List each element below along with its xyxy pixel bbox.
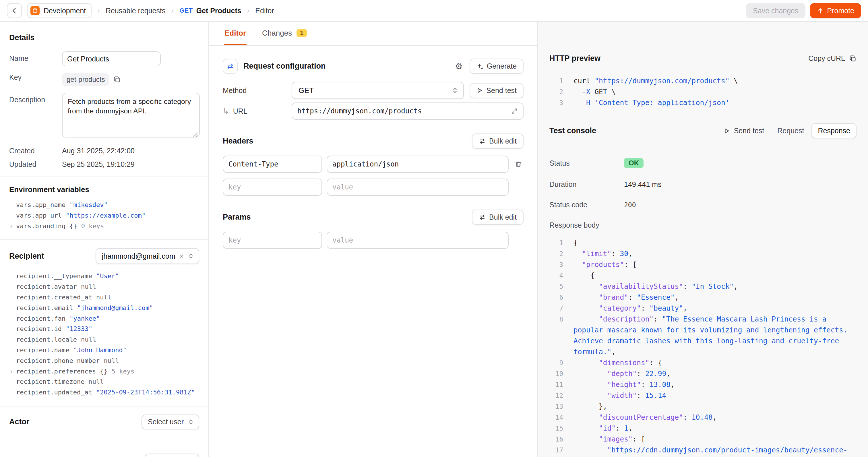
line-content: "height": 13.08, bbox=[574, 379, 857, 390]
copy-curl-button[interactable]: Copy cURL bbox=[808, 54, 857, 63]
status-code-value: 200 bbox=[624, 201, 636, 209]
recipient-field-row: recipient.__typename"User" bbox=[9, 271, 199, 282]
breadcrumb-request[interactable]: GET Get Products bbox=[179, 7, 241, 15]
variable-value: {} bbox=[100, 368, 107, 375]
test-console-header: Test console Send test Request Response bbox=[549, 123, 857, 139]
line-number: 4 bbox=[549, 270, 563, 281]
variable-name: recipient.__typename bbox=[16, 272, 92, 280]
recipient-field-row: recipient.phone_numbernull bbox=[9, 356, 199, 366]
header-key-input[interactable] bbox=[228, 183, 316, 191]
swap-arrows-icon bbox=[223, 59, 238, 74]
header-value-input[interactable] bbox=[332, 183, 503, 191]
variable-name: recipient.avatar bbox=[16, 283, 77, 290]
param-value-input[interactable] bbox=[332, 236, 503, 244]
updated-label: Updated bbox=[9, 160, 62, 169]
expand-icon[interactable] bbox=[511, 108, 518, 115]
variable-value: null bbox=[88, 378, 104, 385]
variable-value: "User" bbox=[96, 272, 119, 280]
params-bulk-edit-button[interactable]: Bulk edit bbox=[472, 210, 524, 225]
header-row-empty bbox=[223, 179, 524, 196]
recipient-field-row: recipient.avatarnull bbox=[9, 282, 199, 292]
name-input[interactable] bbox=[62, 51, 161, 66]
variable-name: recipient.preferences bbox=[16, 368, 96, 375]
save-changes-button[interactable]: Save changes bbox=[746, 3, 805, 19]
code-line: 4 { bbox=[549, 270, 857, 281]
response-body-row: Response body bbox=[549, 221, 857, 230]
variable-name: recipient.fan bbox=[16, 315, 65, 322]
url-row: ↳ URL bbox=[223, 102, 524, 120]
recipient-fields-list: recipient.__typename"User"recipient.avat… bbox=[9, 271, 199, 398]
generate-label: Generate bbox=[487, 62, 517, 70]
copy-key-button[interactable] bbox=[113, 76, 121, 83]
play-icon bbox=[724, 128, 730, 134]
variable-name: recipient.timezone bbox=[16, 378, 84, 385]
line-number: 6 bbox=[549, 292, 563, 303]
code-line: 12 "width": 15.14 bbox=[549, 390, 857, 401]
line-number: 16 bbox=[549, 434, 563, 445]
line-number: 10 bbox=[549, 368, 563, 379]
variable-value: "2025-09-23T14:56:31.981Z" bbox=[96, 389, 195, 396]
actor-select[interactable]: Select user bbox=[142, 415, 199, 429]
url-label: URL bbox=[233, 107, 247, 115]
recipient-field-row: recipient.name"John Hammond" bbox=[9, 345, 199, 356]
key-field-row: Key get-products bbox=[9, 73, 199, 86]
code-line: 9 "dimensions": { bbox=[549, 357, 857, 368]
line-content: "images": [ bbox=[574, 434, 857, 445]
code-line: 2 "limit": 30, bbox=[549, 248, 857, 259]
line-content: "category": "beauty", bbox=[574, 303, 857, 314]
description-label: Description bbox=[9, 93, 62, 104]
url-input[interactable] bbox=[298, 107, 506, 115]
code-line: 3 -H 'Content-Type: application/json' bbox=[549, 97, 857, 108]
environment-variables-list: vars.app_name"mikesdev"vars.app_url"http… bbox=[9, 200, 199, 232]
breadcrumb-section[interactable]: Reusable requests bbox=[105, 7, 165, 15]
variable-name: vars.app_url bbox=[16, 212, 62, 219]
variable-name: recipient.updated_at bbox=[16, 389, 92, 396]
code-line: 10 "depth": 22.99, bbox=[549, 368, 857, 379]
recipient-field-row: recipient.timezonenull bbox=[9, 377, 199, 387]
recipient-select[interactable]: jhammond@gmail.com × bbox=[96, 248, 199, 264]
recipient-field-row: recipient.email"jhammond@gmail.com" bbox=[9, 303, 199, 313]
delete-header-button[interactable] bbox=[513, 160, 524, 168]
trash-icon bbox=[515, 160, 522, 168]
request-response-toggle: Request Response bbox=[771, 123, 857, 139]
created-label: Created bbox=[9, 147, 62, 155]
clear-icon[interactable]: × bbox=[179, 252, 184, 260]
params-title: Params bbox=[223, 213, 251, 222]
header-key-input[interactable] bbox=[228, 160, 316, 168]
param-key-input[interactable] bbox=[228, 236, 316, 244]
line-number: 7 bbox=[549, 303, 563, 314]
console-send-test-button[interactable]: Send test bbox=[724, 127, 764, 135]
response-tab[interactable]: Response bbox=[811, 123, 857, 139]
http-preview-header: HTTP preview Copy cURL bbox=[549, 54, 857, 63]
description-textarea[interactable]: Fetch products from a specific category … bbox=[62, 93, 200, 138]
line-content: "https://cdn.dummyjson.com/product-image… bbox=[574, 445, 857, 457]
request-tab[interactable]: Request bbox=[771, 123, 810, 139]
promote-button[interactable]: Promote bbox=[810, 3, 861, 19]
variable-name: recipient.id bbox=[16, 325, 62, 332]
code-line: 7 "category": "beauty", bbox=[549, 303, 857, 314]
breadcrumb-separator-icon: › bbox=[97, 6, 100, 15]
expand-chevron-icon[interactable]: › bbox=[9, 366, 13, 377]
generate-button[interactable]: Generate bbox=[470, 59, 524, 74]
env-var-row[interactable]: ›vars.branding{}0 keys bbox=[9, 221, 199, 232]
recipient-field-row: recipient.created_atnull bbox=[9, 292, 199, 303]
line-content: "brand": "Essence", bbox=[574, 292, 857, 303]
curl-preview-code: 1curl "https://dummyjson.com/products" \… bbox=[549, 75, 857, 108]
settings-gear-icon[interactable]: ⚙ bbox=[455, 62, 463, 71]
param-row-empty bbox=[223, 232, 524, 249]
header-value-input[interactable] bbox=[332, 160, 503, 168]
breadcrumb-project[interactable]: Development bbox=[27, 3, 92, 18]
tab-editor[interactable]: Editor bbox=[224, 22, 247, 45]
expand-chevron-icon[interactable]: › bbox=[9, 221, 13, 232]
clipped-select[interactable] bbox=[145, 454, 199, 457]
variable-value: null bbox=[81, 336, 96, 343]
recipient-field-row[interactable]: ›recipient.preferences{}5 keys bbox=[9, 366, 199, 377]
tab-changes[interactable]: Changes 1 bbox=[261, 22, 307, 45]
actor-row: Actor Select user bbox=[9, 415, 199, 429]
url-label-wrap: ↳ URL bbox=[223, 107, 286, 116]
headers-bulk-edit-button[interactable]: Bulk edit bbox=[472, 133, 524, 149]
send-test-button[interactable]: Send test bbox=[470, 83, 524, 98]
line-content: "id": 1, bbox=[574, 423, 857, 434]
method-select[interactable]: GET bbox=[291, 82, 464, 99]
back-button[interactable] bbox=[7, 3, 22, 18]
